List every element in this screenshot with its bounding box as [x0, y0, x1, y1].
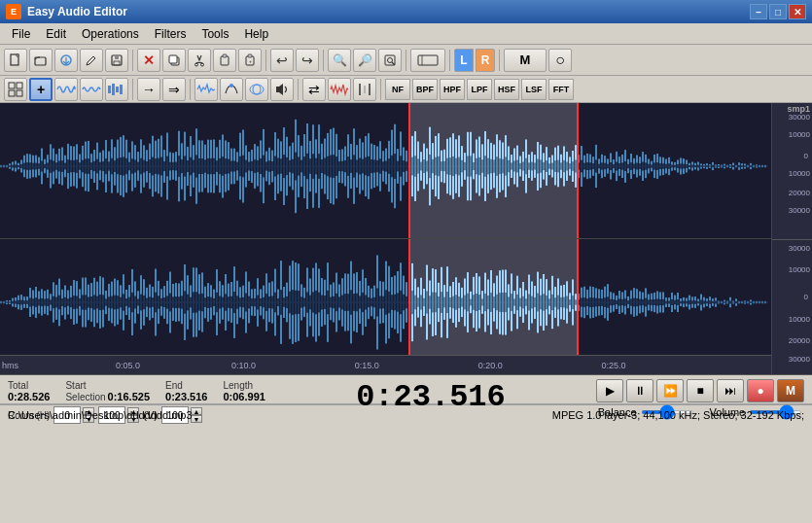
chorus-button[interactable]: [245, 78, 268, 101]
sep-t2-3: [298, 79, 299, 100]
menu-operations[interactable]: Operations: [74, 25, 147, 43]
record-button[interactable]: ●: [747, 379, 774, 402]
svg-rect-18: [418, 55, 438, 65]
marks-button[interactable]: [353, 78, 376, 101]
play-button[interactable]: ▶: [596, 379, 623, 402]
paste-button[interactable]: [213, 49, 236, 72]
menubar: File Edit Operations Filters Tools Help: [0, 23, 812, 45]
titlebar: E Easy Audio Editor – □ ✕: [0, 0, 812, 23]
start-value: 0:16.525: [108, 391, 150, 402]
end-value: 0:23.516: [165, 391, 207, 402]
noise2-button[interactable]: [328, 78, 351, 101]
time-ruler: hms 0:05.0 0:10.0 0:15.0 0:20.0 0:25.0: [0, 355, 771, 374]
svg-text:+: +: [249, 57, 252, 63]
flip-button[interactable]: ⇄: [302, 78, 326, 101]
wave-view1-button[interactable]: [54, 78, 78, 101]
svg-point-8: [195, 63, 198, 66]
maximize-button[interactable]: □: [769, 4, 787, 19]
lsf-filter-button[interactable]: LSF: [521, 79, 547, 100]
edit-button[interactable]: [80, 49, 103, 72]
selection-overlay-bottom: [408, 239, 578, 356]
app-icon: E: [6, 4, 21, 19]
zoom-fit-button[interactable]: [378, 49, 402, 72]
length-label: Length: [223, 380, 253, 391]
svg-rect-23: [17, 90, 22, 96]
savefile-button[interactable]: [105, 49, 128, 72]
menu-file[interactable]: File: [4, 25, 38, 43]
vol2-down-arrow[interactable]: ▼: [191, 415, 202, 423]
zoom-in-button[interactable]: 🔍: [328, 49, 351, 72]
info-row: Total 0:28.526 Start Selection 0:16.525 …: [0, 375, 812, 404]
sep5: [449, 50, 450, 71]
sep-t2-4: [380, 79, 381, 100]
sep-t2-1: [132, 79, 133, 100]
pause-button[interactable]: ⏸: [626, 379, 653, 402]
svg-rect-22: [9, 90, 15, 96]
scale-ruler: smp1 30000 10000 0 10000 20000 30000 300…: [771, 103, 812, 374]
paste2-button[interactable]: +: [238, 49, 262, 72]
start-label: Start: [65, 380, 86, 391]
sep4: [406, 50, 406, 71]
skip-end-button[interactable]: ⏭: [717, 379, 744, 402]
lpf-filter-button[interactable]: LPF: [467, 79, 492, 100]
minimize-button[interactable]: –: [750, 4, 767, 19]
menu-edit[interactable]: Edit: [38, 25, 74, 43]
open-button[interactable]: [29, 49, 53, 72]
svg-rect-24: [108, 86, 111, 93]
sep3: [323, 50, 324, 71]
length-value: 0:06.991: [223, 391, 265, 402]
m-button[interactable]: M: [504, 49, 547, 72]
speaker-button[interactable]: [270, 78, 294, 101]
noise-button[interactable]: [194, 78, 218, 101]
zoom-out-button[interactable]: 🔍: [353, 49, 376, 72]
hpf-filter-button[interactable]: HPF: [440, 79, 465, 100]
menu-help[interactable]: Help: [236, 25, 276, 43]
sep6: [499, 50, 500, 71]
sep2: [265, 50, 266, 71]
undo-button[interactable]: ↩: [270, 49, 294, 72]
vol2-up-arrow[interactable]: ▲: [191, 407, 202, 415]
svg-rect-27: [120, 85, 123, 94]
stop-button[interactable]: ■: [687, 379, 714, 402]
svg-point-30: [253, 85, 261, 94]
arrow-right2-button[interactable]: ⇒: [162, 78, 186, 101]
statusbar-left: C:\Users\admin\Desktop\ddddddd.mp3: [8, 409, 193, 421]
save-all-button[interactable]: [54, 49, 78, 72]
svg-rect-26: [116, 87, 119, 92]
bottom-area: Total 0:28.526 Start Selection 0:16.525 …: [0, 375, 812, 404]
delete-button[interactable]: ✕: [137, 49, 160, 72]
rec-m-button[interactable]: M: [777, 379, 804, 402]
time-display: 0:23.516: [353, 379, 509, 415]
window-title: Easy Audio Editor: [27, 5, 750, 18]
end-label: End: [165, 380, 183, 391]
copy-to-button[interactable]: [162, 49, 186, 72]
svg-rect-7: [169, 55, 177, 63]
hsf-filter-button[interactable]: HSF: [494, 79, 519, 100]
cut-button[interactable]: [188, 49, 211, 72]
window-controls: – □ ✕: [750, 4, 806, 19]
mono-button[interactable]: ○: [548, 49, 572, 72]
bpf-filter-button[interactable]: BPF: [412, 79, 438, 100]
svg-point-29: [250, 85, 264, 94]
menu-tools[interactable]: Tools: [194, 25, 236, 43]
svg-rect-4: [115, 55, 119, 59]
arrow-right-button[interactable]: →: [137, 78, 160, 101]
new-button[interactable]: [4, 49, 27, 72]
total-value: 0:28.526: [8, 391, 50, 402]
something-button[interactable]: [410, 49, 445, 72]
envelope-button[interactable]: [220, 78, 243, 101]
wave-view2-button[interactable]: [80, 78, 103, 101]
redo-button[interactable]: ↪: [296, 49, 319, 72]
fast-forward-button[interactable]: ⏩: [656, 379, 684, 402]
svg-point-28: [229, 84, 233, 87]
wave-view3-button[interactable]: [105, 78, 128, 101]
left-channel-button[interactable]: L: [454, 49, 474, 72]
fft-filter-button[interactable]: FFT: [548, 79, 574, 100]
right-channel-button[interactable]: R: [476, 49, 495, 72]
select-tool-button[interactable]: +: [29, 78, 53, 101]
view-tool-button[interactable]: [4, 78, 27, 101]
menu-filters[interactable]: Filters: [147, 25, 194, 43]
close-button[interactable]: ✕: [789, 4, 806, 19]
waveform-container[interactable]: hms 0:05.0 0:10.0 0:15.0 0:20.0 0:25.0 s…: [0, 103, 812, 375]
nf-filter-button[interactable]: NF: [385, 79, 410, 100]
